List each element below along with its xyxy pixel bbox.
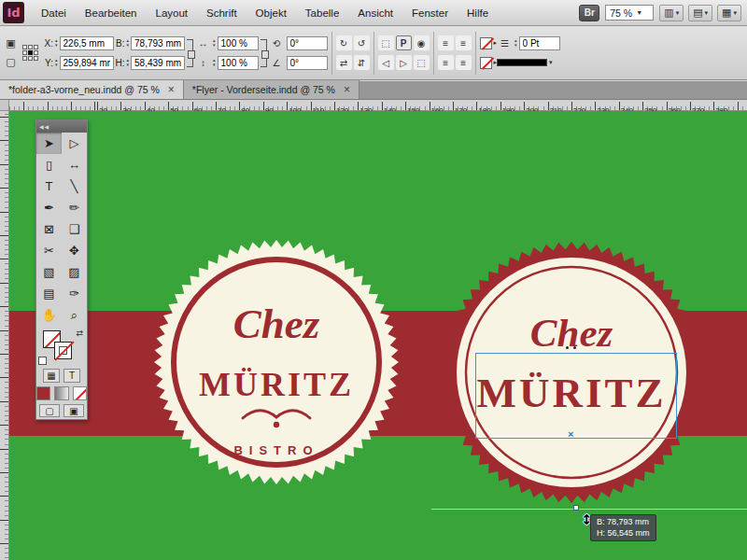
menu-item[interactable]: Hilfe <box>458 0 498 25</box>
stroke-style-flyout-icon[interactable]: ▾ <box>549 59 553 66</box>
distribute-h-button[interactable]: ≡ <box>438 55 454 70</box>
badge-left[interactable]: Chez MÜRITZ BISTRO <box>146 231 407 493</box>
reference-point-selector[interactable] <box>22 45 38 61</box>
stroke-weight-stepper[interactable]: ▴▾ <box>514 38 517 48</box>
hand-tool[interactable]: ✋ <box>36 304 62 326</box>
fill-color-swatch[interactable] <box>480 57 492 69</box>
selection-bounding-box[interactable] <box>475 353 677 439</box>
menu-item[interactable]: Bearbeiten <box>76 0 147 25</box>
selection-handle-dot[interactable] <box>566 346 569 349</box>
bridge-button[interactable]: Br <box>579 5 599 21</box>
scale-y-field[interactable] <box>218 56 259 70</box>
pen-tool[interactable]: ✒ <box>36 197 62 218</box>
resize-handle[interactable] <box>573 505 579 511</box>
menu-item[interactable]: Layout <box>146 0 197 25</box>
default-fill-stroke-icon[interactable] <box>38 357 47 365</box>
menu-item[interactable]: Schrift <box>197 0 247 25</box>
rectangle-tool[interactable]: ❑ <box>62 218 87 240</box>
arrange-documents-button[interactable]: ▥▾ <box>659 5 684 21</box>
collapse-panel-icon[interactable]: ◀◀ <box>39 123 49 130</box>
tab-flyer-vorderseite[interactable]: *Flyer - Vorderseite.indd @ 75 % × <box>184 80 359 99</box>
close-icon[interactable]: × <box>168 85 175 94</box>
formatting-affects-container-button[interactable]: ▦ <box>43 369 60 383</box>
fit-content-button[interactable]: ⬚ <box>414 55 430 70</box>
align-center-button[interactable]: ≡ <box>456 35 472 50</box>
select-content-button[interactable]: ◉ <box>414 35 430 50</box>
constrain-scale-link-icon[interactable] <box>261 39 267 67</box>
apply-none-button[interactable] <box>73 386 87 400</box>
constrain-dimensions-link-icon[interactable] <box>187 39 193 67</box>
scissors-tool[interactable]: ✂ <box>36 240 62 261</box>
flip-horizontal-button[interactable]: ⇄ <box>336 55 352 70</box>
screen-mode-preview-button[interactable]: ▣ <box>63 404 84 417</box>
x-stepper[interactable]: ▴▾ <box>55 38 58 48</box>
scale-x-stepper[interactable]: ▴▾ <box>213 38 216 48</box>
menu-item[interactable]: Tabelle <box>296 0 348 25</box>
stroke-color-swatch[interactable] <box>480 37 492 49</box>
y-stepper[interactable]: ▴▾ <box>55 58 58 67</box>
align-left-button[interactable]: ≡ <box>438 35 454 50</box>
horizontal-ruler[interactable]: 2030405060708090100110120130140150160170… <box>9 100 747 111</box>
stroke-style-preview[interactable] <box>497 59 547 66</box>
toolbox-header[interactable]: ◀◀ <box>36 120 87 133</box>
y-position-field[interactable] <box>60 56 114 70</box>
rotation-angle-field[interactable] <box>287 36 328 50</box>
shear-angle-field[interactable] <box>287 56 328 70</box>
select-container-button[interactable]: ⬚ <box>378 35 394 50</box>
rotate-90-ccw-button[interactable]: ↺ <box>354 35 370 50</box>
menu-item[interactable]: Ansicht <box>348 0 402 25</box>
direct-selection-tool[interactable]: ▷ <box>62 133 87 154</box>
gradient-feather-tool[interactable]: ▨ <box>62 261 87 283</box>
ruler-origin-corner[interactable] <box>0 100 9 111</box>
tab-folder-a3-vorne[interactable]: *folder-a3-vorne_neu.indd @ 75 % × <box>0 80 184 99</box>
rectangle-frame-tool[interactable]: ⊠ <box>36 218 62 240</box>
rotate-90-cw-button[interactable]: ↻ <box>336 35 352 50</box>
gradient-swatch-tool[interactable]: ▧ <box>36 261 62 283</box>
menu-item[interactable]: Fenster <box>402 0 458 25</box>
line-tool[interactable]: ╲ <box>62 175 87 197</box>
height-field[interactable] <box>131 56 185 70</box>
zoom-tool[interactable]: ⌕ <box>62 304 87 326</box>
swap-fill-stroke-icon[interactable]: ⇄ <box>76 329 83 338</box>
paragraph-p-button[interactable]: P <box>396 35 412 50</box>
width-stepper[interactable]: ▴▾ <box>127 38 130 48</box>
apply-color-row <box>36 385 87 402</box>
gap-tool[interactable]: ↔ <box>62 154 87 175</box>
distribute-v-button[interactable]: ≡ <box>456 55 472 70</box>
height-stepper[interactable]: ▴▾ <box>127 58 130 67</box>
close-icon[interactable]: × <box>344 85 350 94</box>
width-field[interactable] <box>131 36 185 50</box>
proxy-page-icon[interactable]: ▢ <box>3 55 19 70</box>
stroke-weight-field[interactable] <box>519 36 560 50</box>
eyedropper-tool[interactable]: ✑ <box>62 283 87 304</box>
apply-gradient-button[interactable] <box>54 386 68 400</box>
flip-vertical-button[interactable]: ⇵ <box>354 55 370 70</box>
previous-object-button[interactable]: ◁ <box>378 55 394 70</box>
screen-mode-button[interactable]: ▤▾ <box>688 5 712 21</box>
menu-item[interactable]: Objekt <box>247 0 296 25</box>
page-tool[interactable]: ▯ <box>36 154 62 175</box>
apply-color-button[interactable] <box>36 386 50 400</box>
screen-mode-normal-button[interactable]: ▢ <box>39 404 60 417</box>
zoom-level-select[interactable]: 75 % ▼ <box>605 5 654 21</box>
badge-left-script-text: Chez <box>233 301 320 347</box>
vertical-ruler[interactable] <box>0 111 9 560</box>
document-canvas[interactable]: Chez MÜRITZ BISTRO Chez MÜRITZ × ↕ B: 78… <box>9 111 747 560</box>
free-transform-tool[interactable]: ✥ <box>62 240 87 261</box>
workspace-button[interactable]: ▦▾ <box>717 5 741 21</box>
scale-y-stepper[interactable]: ▴▾ <box>213 58 216 67</box>
menu-item[interactable]: Datei <box>32 0 76 25</box>
stroke-color-box[interactable] <box>54 342 72 359</box>
scale-x-field[interactable] <box>218 36 259 50</box>
y-field-label: Y: <box>42 58 53 68</box>
next-object-button[interactable]: ▷ <box>396 55 412 70</box>
note-tool[interactable]: ▤ <box>36 283 62 304</box>
selection-handle-dot[interactable] <box>573 346 576 349</box>
x-position-field[interactable] <box>60 36 114 50</box>
type-tool[interactable]: T <box>36 175 62 197</box>
selection-tool[interactable]: ➤ <box>36 133 62 154</box>
screen-mode-row: ▢ ▣ <box>36 402 87 419</box>
pencil-tool[interactable]: ✏ <box>62 197 87 218</box>
formatting-affects-text-button[interactable]: T <box>63 369 80 383</box>
proxy-frame-icon[interactable]: ▣ <box>3 36 19 51</box>
